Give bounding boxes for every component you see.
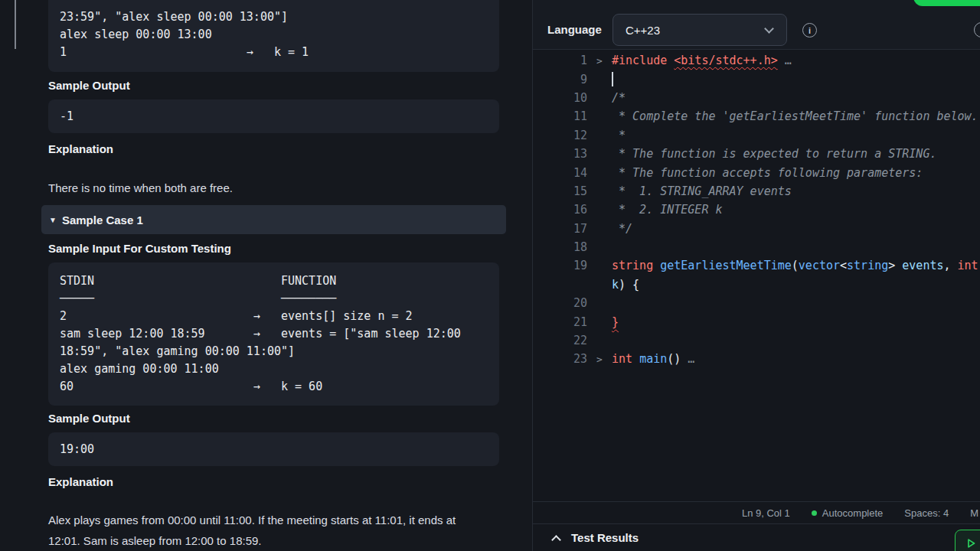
line-number: 20 bbox=[533, 296, 587, 310]
editor-line[interactable]: 17 */ bbox=[533, 220, 980, 238]
scrollbar-thumb[interactable] bbox=[15, 0, 16, 49]
line-number: 22 bbox=[533, 334, 587, 347]
fold-chevron-icon[interactable]: > bbox=[587, 55, 612, 67]
autocomplete-status-dot-icon bbox=[812, 510, 817, 516]
line-number: 13 bbox=[533, 147, 587, 161]
editor-line[interactable]: 16 * 2. INTEGER k bbox=[533, 201, 980, 219]
explanation-heading-2: Explanation bbox=[48, 475, 113, 488]
previous-sample-input-block: 23:59", "alex sleep 00:00 13:00"] alex s… bbox=[48, 0, 499, 72]
submit-button-partial[interactable] bbox=[913, 0, 980, 6]
line-number: 18 bbox=[533, 240, 587, 254]
sample-output-heading-2: Sample Output bbox=[48, 412, 130, 425]
sample-output-block: -1 bbox=[48, 99, 499, 133]
partially-visible-icon[interactable] bbox=[974, 22, 980, 37]
editor-line[interactable]: 18 bbox=[533, 238, 980, 256]
sample-case-label: Sample Case 1 bbox=[62, 214, 143, 227]
code-text: * The function accepts following paramet… bbox=[612, 166, 923, 180]
code-text: int main() … bbox=[612, 352, 694, 366]
text-cursor bbox=[612, 72, 613, 86]
editor-line[interactable]: 21} bbox=[533, 312, 980, 331]
sample-input-block: STDIN FUNCTION ───── ──────── 2 → events… bbox=[48, 262, 499, 406]
autocomplete-status[interactable]: Autocomplete bbox=[812, 507, 884, 519]
code-text: k) { bbox=[612, 278, 639, 292]
run-button[interactable] bbox=[955, 530, 980, 551]
editor-line[interactable]: 12 * bbox=[533, 126, 980, 145]
collapse-triangle-icon: ▼ bbox=[49, 216, 57, 224]
editor-line[interactable]: 11 * Complete the 'getEarliestMeetTime' … bbox=[533, 107, 980, 126]
editor-line[interactable]: 10/* bbox=[533, 89, 980, 107]
editor-lines: 1>#include <bits/stdc++.h> …910/*11 * Co… bbox=[533, 51, 980, 369]
info-icon[interactable]: i bbox=[802, 23, 817, 37]
code-text: * bbox=[612, 129, 626, 142]
code-text: } bbox=[612, 315, 619, 329]
mode-setting-partial[interactable]: M bbox=[970, 507, 978, 519]
line-number: 12 bbox=[533, 129, 587, 142]
editor-header: Language C++23 i bbox=[533, 0, 980, 50]
line-number: 23 bbox=[533, 352, 587, 366]
line-number: 11 bbox=[533, 109, 587, 123]
editor-panel: Language C++23 i 1>#include <bits/stdc++… bbox=[533, 0, 980, 551]
test-results-toggle[interactable]: Test Results bbox=[533, 523, 980, 551]
code-editor[interactable]: 1>#include <bits/stdc++.h> …910/*11 * Co… bbox=[533, 50, 980, 501]
explanation-text: There is no time when both are free. bbox=[48, 178, 508, 199]
problem-panel: 23:59", "alex sleep 00:00 13:00"] alex s… bbox=[0, 0, 533, 551]
line-number: 15 bbox=[533, 184, 587, 198]
line-number: 21 bbox=[533, 315, 587, 329]
editor-line[interactable]: 1>#include <bits/stdc++.h> … bbox=[533, 51, 980, 70]
editor-line[interactable]: 14 * The function accepts following para… bbox=[533, 163, 980, 181]
cursor-position[interactable]: Ln 9, Col 1 bbox=[742, 507, 790, 519]
editor-line[interactable]: 23>int main() … bbox=[533, 350, 980, 368]
sample-output-block-2: 19:00 bbox=[48, 432, 499, 466]
line-number: 16 bbox=[533, 203, 587, 217]
code-text: * 1. STRING_ARRAY events bbox=[612, 184, 792, 198]
editor-line[interactable]: 13 * The function is expected to return … bbox=[533, 145, 980, 163]
info-icon-glyph: i bbox=[808, 26, 811, 35]
line-number: 10 bbox=[533, 91, 587, 105]
code-text: #include <bits/stdc++.h> … bbox=[612, 54, 792, 67]
code-text: */ bbox=[612, 222, 632, 236]
editor-line[interactable]: k) { bbox=[533, 276, 980, 294]
spaces-setting[interactable]: Spaces: 4 bbox=[904, 507, 949, 519]
sample-input-heading: Sample Input For Custom Testing bbox=[48, 242, 231, 255]
editor-line[interactable]: 15 * 1. STRING_ARRAY events bbox=[533, 182, 980, 201]
code-text: * 2. INTEGER k bbox=[612, 203, 723, 217]
language-label: Language bbox=[547, 24, 602, 36]
chevron-down-icon bbox=[764, 24, 774, 34]
language-select[interactable]: C++23 bbox=[612, 14, 787, 46]
test-results-title: Test Results bbox=[571, 531, 639, 544]
sample-case-1-toggle[interactable]: ▼ Sample Case 1 bbox=[41, 205, 506, 234]
line-number: 17 bbox=[533, 222, 587, 236]
code-text: string getEarliestMeetTime(vector<string… bbox=[612, 259, 978, 272]
editor-line[interactable]: 20 bbox=[533, 294, 980, 312]
explanation-text-2: Alex plays games from 00:00 until 11:00.… bbox=[48, 510, 491, 551]
screen: 23:59", "alex sleep 00:00 13:00"] alex s… bbox=[0, 0, 980, 551]
play-icon bbox=[964, 536, 978, 550]
explanation-heading: Explanation bbox=[48, 142, 113, 155]
line-number: 1 bbox=[533, 54, 587, 67]
line-number: 19 bbox=[533, 259, 587, 272]
autocomplete-label: Autocomplete bbox=[822, 507, 884, 519]
line-number: 14 bbox=[533, 166, 587, 180]
chevron-up-icon bbox=[551, 535, 561, 545]
fold-chevron-icon[interactable]: > bbox=[587, 354, 612, 365]
code-text: * The function is expected to return a S… bbox=[612, 147, 936, 161]
language-value: C++23 bbox=[626, 24, 660, 37]
editor-line[interactable]: 22 bbox=[533, 331, 980, 350]
editor-line[interactable]: 9 bbox=[533, 70, 980, 88]
line-number: 9 bbox=[533, 73, 587, 86]
code-text: * Complete the 'getEarliestMeetTime' fun… bbox=[612, 109, 978, 123]
sample-output-heading: Sample Output bbox=[48, 79, 130, 92]
editor-status-bar: Ln 9, Col 1 Autocomplete Spaces: 4 M bbox=[533, 501, 980, 523]
code-text: /* bbox=[612, 91, 626, 105]
editor-line[interactable]: 19string getEarliestMeetTime(vector<stri… bbox=[533, 256, 980, 275]
